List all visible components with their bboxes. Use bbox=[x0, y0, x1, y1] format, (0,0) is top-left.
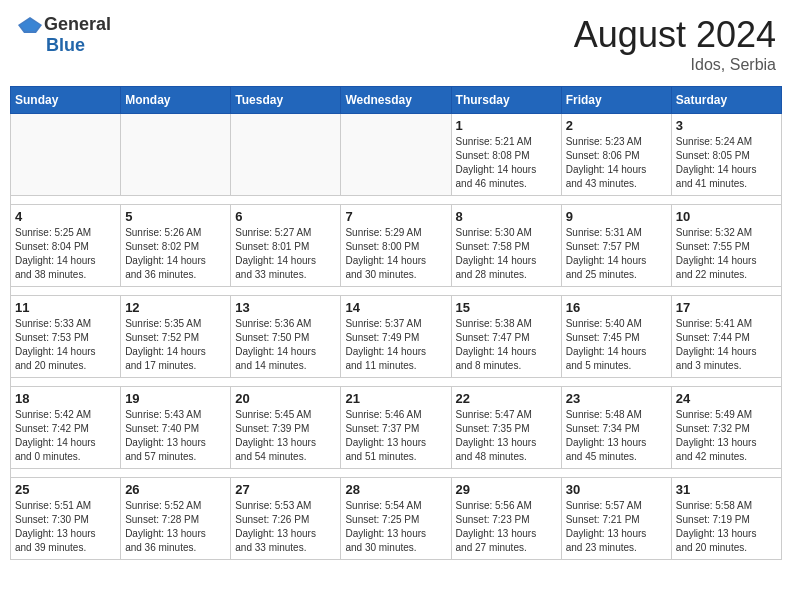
day-number: 3 bbox=[676, 118, 777, 133]
day-number: 20 bbox=[235, 391, 336, 406]
day-cell: 16Sunrise: 5:40 AM Sunset: 7:45 PM Dayli… bbox=[561, 296, 671, 378]
day-number: 18 bbox=[15, 391, 116, 406]
day-cell bbox=[121, 114, 231, 196]
weekday-sunday: Sunday bbox=[11, 87, 121, 114]
day-cell: 22Sunrise: 5:47 AM Sunset: 7:35 PM Dayli… bbox=[451, 387, 561, 469]
day-info: Sunrise: 5:24 AM Sunset: 8:05 PM Dayligh… bbox=[676, 135, 777, 191]
day-cell: 17Sunrise: 5:41 AM Sunset: 7:44 PM Dayli… bbox=[671, 296, 781, 378]
day-number: 9 bbox=[566, 209, 667, 224]
day-info: Sunrise: 5:48 AM Sunset: 7:34 PM Dayligh… bbox=[566, 408, 667, 464]
weekday-header-row: SundayMondayTuesdayWednesdayThursdayFrid… bbox=[11, 87, 782, 114]
day-number: 25 bbox=[15, 482, 116, 497]
weekday-friday: Friday bbox=[561, 87, 671, 114]
day-info: Sunrise: 5:32 AM Sunset: 7:55 PM Dayligh… bbox=[676, 226, 777, 282]
day-cell: 31Sunrise: 5:58 AM Sunset: 7:19 PM Dayli… bbox=[671, 478, 781, 560]
day-cell: 4Sunrise: 5:25 AM Sunset: 8:04 PM Daylig… bbox=[11, 205, 121, 287]
title-area: August 2024 Idos, Serbia bbox=[574, 14, 776, 74]
day-number: 17 bbox=[676, 300, 777, 315]
day-number: 8 bbox=[456, 209, 557, 224]
day-number: 12 bbox=[125, 300, 226, 315]
day-number: 5 bbox=[125, 209, 226, 224]
day-number: 11 bbox=[15, 300, 116, 315]
day-number: 28 bbox=[345, 482, 446, 497]
day-cell: 10Sunrise: 5:32 AM Sunset: 7:55 PM Dayli… bbox=[671, 205, 781, 287]
day-number: 13 bbox=[235, 300, 336, 315]
day-cell: 1Sunrise: 5:21 AM Sunset: 8:08 PM Daylig… bbox=[451, 114, 561, 196]
day-cell: 29Sunrise: 5:56 AM Sunset: 7:23 PM Dayli… bbox=[451, 478, 561, 560]
weekday-wednesday: Wednesday bbox=[341, 87, 451, 114]
weekday-thursday: Thursday bbox=[451, 87, 561, 114]
day-info: Sunrise: 5:23 AM Sunset: 8:06 PM Dayligh… bbox=[566, 135, 667, 191]
day-info: Sunrise: 5:27 AM Sunset: 8:01 PM Dayligh… bbox=[235, 226, 336, 282]
day-info: Sunrise: 5:45 AM Sunset: 7:39 PM Dayligh… bbox=[235, 408, 336, 464]
day-cell: 13Sunrise: 5:36 AM Sunset: 7:50 PM Dayli… bbox=[231, 296, 341, 378]
day-cell: 6Sunrise: 5:27 AM Sunset: 8:01 PM Daylig… bbox=[231, 205, 341, 287]
week-row-1: 1Sunrise: 5:21 AM Sunset: 8:08 PM Daylig… bbox=[11, 114, 782, 196]
day-cell: 27Sunrise: 5:53 AM Sunset: 7:26 PM Dayli… bbox=[231, 478, 341, 560]
day-info: Sunrise: 5:51 AM Sunset: 7:30 PM Dayligh… bbox=[15, 499, 116, 555]
day-cell bbox=[341, 114, 451, 196]
day-number: 19 bbox=[125, 391, 226, 406]
month-year-title: August 2024 bbox=[574, 14, 776, 56]
week-row-5: 25Sunrise: 5:51 AM Sunset: 7:30 PM Dayli… bbox=[11, 478, 782, 560]
day-number: 29 bbox=[456, 482, 557, 497]
calendar-table: SundayMondayTuesdayWednesdayThursdayFrid… bbox=[10, 86, 782, 560]
day-cell bbox=[11, 114, 121, 196]
day-number: 16 bbox=[566, 300, 667, 315]
day-info: Sunrise: 5:21 AM Sunset: 8:08 PM Dayligh… bbox=[456, 135, 557, 191]
day-number: 15 bbox=[456, 300, 557, 315]
day-cell: 3Sunrise: 5:24 AM Sunset: 8:05 PM Daylig… bbox=[671, 114, 781, 196]
location-title: Idos, Serbia bbox=[574, 56, 776, 74]
day-number: 1 bbox=[456, 118, 557, 133]
logo: General Blue bbox=[16, 14, 111, 56]
week-row-2: 4Sunrise: 5:25 AM Sunset: 8:04 PM Daylig… bbox=[11, 205, 782, 287]
logo-icon bbox=[16, 15, 44, 35]
day-info: Sunrise: 5:31 AM Sunset: 7:57 PM Dayligh… bbox=[566, 226, 667, 282]
day-info: Sunrise: 5:25 AM Sunset: 8:04 PM Dayligh… bbox=[15, 226, 116, 282]
weekday-saturday: Saturday bbox=[671, 87, 781, 114]
day-info: Sunrise: 5:36 AM Sunset: 7:50 PM Dayligh… bbox=[235, 317, 336, 373]
day-cell: 8Sunrise: 5:30 AM Sunset: 7:58 PM Daylig… bbox=[451, 205, 561, 287]
day-cell bbox=[231, 114, 341, 196]
day-number: 24 bbox=[676, 391, 777, 406]
day-number: 6 bbox=[235, 209, 336, 224]
week-row-3: 11Sunrise: 5:33 AM Sunset: 7:53 PM Dayli… bbox=[11, 296, 782, 378]
week-row-4: 18Sunrise: 5:42 AM Sunset: 7:42 PM Dayli… bbox=[11, 387, 782, 469]
day-cell: 28Sunrise: 5:54 AM Sunset: 7:25 PM Dayli… bbox=[341, 478, 451, 560]
day-cell: 24Sunrise: 5:49 AM Sunset: 7:32 PM Dayli… bbox=[671, 387, 781, 469]
day-number: 4 bbox=[15, 209, 116, 224]
day-cell: 30Sunrise: 5:57 AM Sunset: 7:21 PM Dayli… bbox=[561, 478, 671, 560]
day-info: Sunrise: 5:53 AM Sunset: 7:26 PM Dayligh… bbox=[235, 499, 336, 555]
header: General Blue August 2024 Idos, Serbia bbox=[10, 10, 782, 78]
day-info: Sunrise: 5:30 AM Sunset: 7:58 PM Dayligh… bbox=[456, 226, 557, 282]
day-info: Sunrise: 5:40 AM Sunset: 7:45 PM Dayligh… bbox=[566, 317, 667, 373]
day-number: 10 bbox=[676, 209, 777, 224]
day-info: Sunrise: 5:42 AM Sunset: 7:42 PM Dayligh… bbox=[15, 408, 116, 464]
logo-blue: Blue bbox=[46, 35, 85, 56]
logo-general: General bbox=[44, 14, 111, 35]
day-info: Sunrise: 5:46 AM Sunset: 7:37 PM Dayligh… bbox=[345, 408, 446, 464]
day-info: Sunrise: 5:41 AM Sunset: 7:44 PM Dayligh… bbox=[676, 317, 777, 373]
day-cell: 23Sunrise: 5:48 AM Sunset: 7:34 PM Dayli… bbox=[561, 387, 671, 469]
day-cell: 7Sunrise: 5:29 AM Sunset: 8:00 PM Daylig… bbox=[341, 205, 451, 287]
day-info: Sunrise: 5:54 AM Sunset: 7:25 PM Dayligh… bbox=[345, 499, 446, 555]
day-cell: 19Sunrise: 5:43 AM Sunset: 7:40 PM Dayli… bbox=[121, 387, 231, 469]
row-separator bbox=[11, 287, 782, 296]
day-cell: 2Sunrise: 5:23 AM Sunset: 8:06 PM Daylig… bbox=[561, 114, 671, 196]
day-cell: 26Sunrise: 5:52 AM Sunset: 7:28 PM Dayli… bbox=[121, 478, 231, 560]
day-number: 27 bbox=[235, 482, 336, 497]
day-info: Sunrise: 5:43 AM Sunset: 7:40 PM Dayligh… bbox=[125, 408, 226, 464]
day-cell: 21Sunrise: 5:46 AM Sunset: 7:37 PM Dayli… bbox=[341, 387, 451, 469]
day-info: Sunrise: 5:47 AM Sunset: 7:35 PM Dayligh… bbox=[456, 408, 557, 464]
day-info: Sunrise: 5:56 AM Sunset: 7:23 PM Dayligh… bbox=[456, 499, 557, 555]
weekday-tuesday: Tuesday bbox=[231, 87, 341, 114]
row-separator bbox=[11, 469, 782, 478]
day-number: 26 bbox=[125, 482, 226, 497]
day-cell: 18Sunrise: 5:42 AM Sunset: 7:42 PM Dayli… bbox=[11, 387, 121, 469]
day-number: 31 bbox=[676, 482, 777, 497]
day-info: Sunrise: 5:38 AM Sunset: 7:47 PM Dayligh… bbox=[456, 317, 557, 373]
day-info: Sunrise: 5:35 AM Sunset: 7:52 PM Dayligh… bbox=[125, 317, 226, 373]
day-number: 14 bbox=[345, 300, 446, 315]
day-number: 22 bbox=[456, 391, 557, 406]
day-info: Sunrise: 5:49 AM Sunset: 7:32 PM Dayligh… bbox=[676, 408, 777, 464]
